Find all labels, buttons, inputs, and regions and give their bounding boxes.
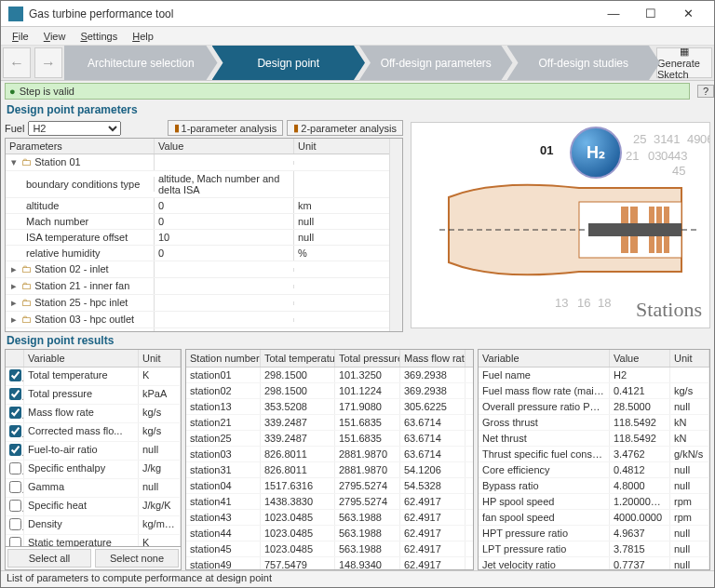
param-row[interactable]: ▸ 🗀 Station 21 - inner fan — [6, 278, 402, 295]
property-row[interactable]: Net thrust118.5492kN — [479, 431, 709, 447]
col-parameters[interactable]: Parameters — [6, 139, 155, 154]
variable-row[interactable]: Fuel-to-air rationull — [6, 442, 181, 461]
station-row[interactable]: station431023.0485563.198862.4917 — [186, 510, 473, 526]
help-button[interactable]: ? — [697, 85, 714, 98]
variable-checkbox[interactable] — [9, 444, 21, 456]
col-unit[interactable]: Unit — [294, 139, 402, 154]
station-row[interactable]: station041517.63162795.527454.5328 — [186, 478, 473, 494]
property-row[interactable]: fan spool speed4000.0000rpm — [479, 510, 709, 526]
property-row[interactable]: LPT pressure ratio3.7815null — [479, 541, 709, 557]
tree-toggle-icon[interactable]: ▸ — [9, 263, 19, 275]
variable-checkbox[interactable] — [9, 388, 21, 400]
menu-file[interactable]: File — [5, 29, 36, 44]
station-row[interactable]: station411438.38302795.527462.4917 — [186, 494, 473, 510]
property-row[interactable]: Jet velocity ratio0.7737null — [479, 557, 709, 569]
variable-row[interactable]: Corrected mass flo...kg/s — [6, 423, 181, 442]
tree-toggle-icon[interactable]: ▸ — [9, 280, 19, 292]
scrollbar[interactable] — [389, 139, 402, 331]
tree-toggle-icon[interactable]: ▸ — [9, 314, 19, 326]
fuel-label: Fuel — [5, 123, 24, 134]
property-row[interactable]: Thrust specific fuel consumption3.4762g/… — [479, 447, 709, 462]
property-row[interactable]: HPT pressure ratio4.9637null — [479, 526, 709, 541]
fuel-select[interactable]: H2 — [28, 121, 121, 136]
params-tree[interactable]: Parameters Value Unit ▾ 🗀 Station 01boun… — [5, 138, 403, 332]
engine-svg — [439, 169, 700, 290]
select-all-button[interactable]: Select all — [7, 549, 91, 568]
folder-icon: 🗀 — [19, 314, 34, 325]
variable-checkbox[interactable] — [9, 518, 21, 530]
properties-table: Variable Value Unit Fuel nameH2Fuel mass… — [478, 349, 710, 570]
variable-checkbox[interactable] — [9, 500, 21, 512]
tree-toggle-icon[interactable]: ▾ — [9, 156, 19, 168]
tree-toggle-icon[interactable]: ▸ — [9, 330, 19, 332]
design-params-label: Design point parameters — [1, 101, 714, 118]
menu-help[interactable]: Help — [125, 29, 161, 44]
app-icon — [8, 7, 23, 21]
property-row[interactable]: Bypass ratio4.8000null — [479, 478, 709, 494]
station-row[interactable]: station13353.5208171.9080305.6225 — [186, 399, 473, 415]
svg-rect-4 — [649, 207, 654, 225]
property-row[interactable]: Fuel nameH2 — [479, 368, 709, 383]
param-row[interactable]: relative humidity0% — [6, 246, 402, 261]
station-row[interactable]: station25339.2487151.683563.6714 — [186, 431, 473, 447]
param-row[interactable]: ISA temperature offset10null — [6, 230, 402, 246]
col-value[interactable]: Value — [155, 139, 294, 154]
variable-row[interactable]: Total temperatureK — [6, 368, 181, 386]
station-row[interactable]: station451023.0485563.198862.4917 — [186, 541, 473, 557]
variable-checkbox[interactable] — [9, 369, 21, 381]
svg-rect-7 — [621, 234, 628, 253]
param-row[interactable]: ▸ 🗀 Station 04 - burner — [6, 328, 402, 332]
step-offdesign-params[interactable]: Off-design parameters — [359, 46, 513, 80]
variable-row[interactable]: Static temperatureK — [6, 535, 181, 546]
property-row[interactable]: Core efficiency0.4812null — [479, 462, 709, 478]
param-row[interactable]: ▸ 🗀 Station 25 - hpc inlet — [6, 295, 402, 312]
variable-checkbox[interactable] — [9, 462, 21, 474]
property-row[interactable]: HP spool speed1.20000e+04rpm — [479, 494, 709, 510]
property-row[interactable]: Overall pressure ratio P3 / P228.5000nul… — [479, 399, 709, 415]
one-param-analysis-button[interactable]: ▮1-parameter analysis — [168, 120, 284, 136]
two-param-analysis-button[interactable]: ▮2-parameter analysis — [287, 120, 403, 136]
property-row[interactable]: Gross thrust118.5492kN — [479, 415, 709, 431]
variable-checkbox[interactable] — [9, 481, 21, 493]
param-row[interactable]: ▾ 🗀 Station 01 — [6, 154, 402, 171]
param-row[interactable]: altitude0km — [6, 198, 402, 214]
select-none-button[interactable]: Select none — [95, 549, 179, 568]
station-row[interactable]: station49757.5479148.934062.4917 — [186, 557, 473, 569]
variable-row[interactable]: Densitykg/m**3 — [6, 516, 181, 535]
nav-forward-button[interactable]: → — [34, 47, 62, 78]
svg-rect-9 — [649, 234, 654, 253]
variable-row[interactable]: Mass flow ratekg/s — [6, 405, 181, 423]
variable-checkbox[interactable] — [9, 407, 21, 419]
station-row[interactable]: station02298.1500101.1224369.2938 — [186, 383, 473, 399]
variables-table: VariableUnit Total temperatureKTotal pre… — [5, 349, 182, 570]
variable-row[interactable]: Total pressurekPaA — [6, 386, 181, 405]
station-row[interactable]: station21339.2487151.683563.6714 — [186, 415, 473, 431]
generate-sketch-button[interactable]: ▦ Generate Sketch — [656, 47, 712, 78]
station-row[interactable]: station441023.0485563.198862.4917 — [186, 526, 473, 541]
variable-checkbox[interactable] — [9, 425, 21, 437]
param-row[interactable]: ▸ 🗀 Station 02 - inlet — [6, 261, 402, 278]
nav-back-button[interactable]: ← — [3, 47, 31, 78]
svg-rect-10 — [656, 234, 662, 253]
property-row[interactable]: Fuel mass flow rate (main burner)0.4121k… — [479, 383, 709, 399]
station-row[interactable]: station01298.1500101.3250369.2938 — [186, 368, 473, 383]
menu-view[interactable]: View — [36, 29, 74, 44]
variable-row[interactable]: Specific heatJ/kg/K — [6, 498, 181, 516]
tree-toggle-icon[interactable]: ▸ — [9, 297, 19, 309]
param-row[interactable]: boundary conditions typealtitude, Mach n… — [6, 171, 402, 198]
close-button[interactable]: ✕ — [669, 7, 707, 20]
variable-row[interactable]: Specific enthalpyJ/kg — [6, 461, 181, 479]
station-row[interactable]: station03826.80112881.987063.6714 — [186, 447, 473, 462]
step-design-point[interactable]: Design point — [212, 46, 366, 80]
maximize-button[interactable]: ☐ — [632, 7, 669, 20]
title-bar: Gas turbine performance tool — ☐ ✕ — [1, 1, 714, 27]
minimize-button[interactable]: — — [595, 7, 632, 20]
step-offdesign-studies[interactable]: Off-design studies — [507, 46, 661, 80]
param-row[interactable]: ▸ 🗀 Station 03 - hpc outlet — [6, 312, 402, 328]
variable-checkbox[interactable] — [9, 537, 21, 546]
step-architecture[interactable]: Architecture selection — [64, 46, 218, 80]
menu-settings[interactable]: Settings — [73, 29, 125, 44]
param-row[interactable]: Mach number0null — [6, 214, 402, 230]
station-row[interactable]: station31826.80112881.987054.1206 — [186, 462, 473, 478]
variable-row[interactable]: Gammanull — [6, 479, 181, 498]
